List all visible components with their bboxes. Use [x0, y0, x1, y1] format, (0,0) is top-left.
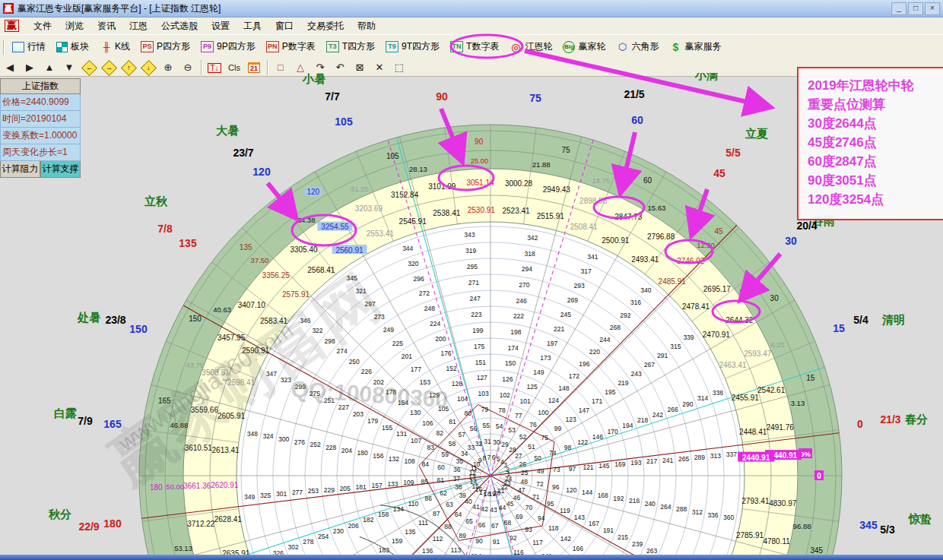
svg-text:325: 325 — [260, 492, 271, 499]
svg-text:44: 44 — [499, 504, 506, 511]
svg-text:243: 243 — [631, 370, 642, 378]
menu-item-帮助[interactable]: 帮助 — [351, 19, 383, 33]
solar-term-label: 处暑 — [77, 311, 100, 324]
menu-item-浏览[interactable]: 浏览 — [59, 19, 90, 33]
svg-text:230: 230 — [333, 527, 344, 535]
degree-date-label: 15 — [833, 322, 845, 334]
toolbar-button-赢家服务[interactable]: $赢家服务 — [664, 37, 726, 56]
svg-text:215: 215 — [618, 533, 628, 541]
maximize-button[interactable]: □ — [908, 2, 923, 15]
svg-text:244: 244 — [599, 336, 610, 343]
svg-text:65: 65 — [465, 517, 473, 525]
svg-text:2463.41: 2463.41 — [719, 361, 747, 369]
toolbar-label: 9T四方形 — [402, 40, 440, 53]
svg-text:107: 107 — [411, 437, 421, 445]
svg-text:60: 60 — [437, 464, 445, 471]
menu-item-江恩[interactable]: 江恩 — [122, 19, 154, 33]
svg-text:289: 289 — [694, 454, 705, 461]
svg-text:191: 191 — [603, 527, 614, 534]
svg-text:242: 242 — [652, 411, 663, 419]
svg-text:345: 345 — [810, 546, 823, 555]
menu-item-文件[interactable]: 文件 — [27, 19, 59, 33]
svg-text:128: 128 — [452, 380, 462, 388]
svg-text:293: 293 — [574, 282, 585, 289]
svg-text:3051.14: 3051.14 — [466, 179, 494, 187]
svg-text:294: 294 — [522, 265, 532, 273]
cls-button[interactable]: Cls — [224, 62, 244, 74]
svg-text:266: 266 — [668, 406, 678, 413]
toolbar-button-行情[interactable]: 行情 — [7, 37, 51, 56]
svg-text:72: 72 — [536, 480, 544, 488]
solar-term-label: 春分 — [904, 413, 928, 426]
svg-text:79: 79 — [481, 406, 489, 413]
button-计算支撑[interactable]: 计算支撑 — [40, 161, 81, 178]
svg-text:192: 192 — [613, 495, 624, 502]
svg-text:75: 75 — [561, 146, 570, 154]
degree-date-label: 21/3 — [880, 413, 900, 426]
svg-text:2470.91: 2470.91 — [703, 331, 731, 339]
toolbar-button-9P四方形[interactable]: P99P四方形 — [195, 37, 261, 56]
menu-item-资讯[interactable]: 资讯 — [90, 19, 122, 33]
svg-text:271: 271 — [468, 279, 479, 286]
svg-text:2628.41: 2628.41 — [214, 515, 243, 524]
minimize-button[interactable]: _ — [891, 2, 906, 15]
svg-text:150: 150 — [505, 359, 516, 367]
menu-item-公式选股[interactable]: 公式选股 — [154, 19, 205, 33]
close-button[interactable]: × — [925, 2, 940, 15]
svg-text:2568.41: 2568.41 — [307, 266, 335, 274]
menu-item-交易委托[interactable]: 交易委托 — [300, 19, 351, 33]
svg-text:50: 50 — [534, 454, 541, 462]
svg-text:229: 229 — [324, 486, 335, 494]
svg-text:320: 320 — [408, 260, 418, 267]
svg-text:69: 69 — [516, 513, 523, 520]
svg-text:337: 337 — [726, 451, 737, 458]
svg-text:254: 254 — [318, 533, 329, 540]
svg-text:169: 169 — [614, 460, 625, 468]
solar-term-label: 立秋 — [144, 195, 168, 207]
solar-term-label: 惊蛰 — [908, 512, 932, 525]
toolbar-label: 六角形 — [631, 40, 659, 53]
svg-text:51: 51 — [528, 443, 535, 451]
button-计算阻力[interactable]: 计算阻力 — [0, 161, 40, 178]
degree-date-label: 7/8 — [157, 223, 173, 235]
toolbar-button-六角形[interactable]: ⬡六角形 — [611, 37, 664, 56]
svg-text:158: 158 — [378, 511, 389, 518]
svg-text:3254.55: 3254.55 — [321, 223, 349, 231]
svg-text:110: 110 — [408, 500, 419, 508]
svg-text:98: 98 — [564, 444, 572, 451]
toolbar-button-板块[interactable]: 板块 — [51, 37, 94, 56]
svg-text:136: 136 — [422, 547, 433, 555]
menu-item-窗口[interactable]: 窗口 — [268, 19, 300, 33]
solar-term-label: 大暑 — [216, 124, 239, 137]
svg-text:195: 195 — [605, 388, 615, 396]
svg-text:27: 27 — [515, 452, 522, 460]
toolbar-button-P数字表[interactable]: PNP数字表 — [261, 37, 321, 56]
toolbar-separator — [3, 40, 4, 55]
svg-text:263: 263 — [646, 547, 657, 555]
svg-text:103: 103 — [478, 390, 488, 397]
svg-text:2553.41: 2553.41 — [367, 229, 395, 238]
svg-text:324: 324 — [262, 432, 273, 440]
toolbar-button-T四方形[interactable]: T3T四方形 — [321, 37, 380, 56]
toolbar-button-赢家轮[interactable]: Big赢家轮 — [557, 37, 611, 56]
toolbar-label: T四方形 — [342, 40, 375, 53]
svg-text:253: 253 — [308, 487, 319, 495]
svg-text:149: 149 — [533, 369, 544, 376]
toolbar-button-9T四方形[interactable]: T99T四方形 — [380, 37, 445, 56]
menu-item-设置[interactable]: 设置 — [205, 19, 237, 33]
svg-text:120: 120 — [306, 188, 319, 196]
svg-text:21.88: 21.88 — [532, 160, 551, 169]
svg-text:38: 38 — [455, 483, 462, 491]
svg-text:265: 265 — [678, 455, 689, 463]
svg-text:64: 64 — [455, 511, 462, 518]
svg-text:156: 156 — [373, 452, 383, 460]
toolbar-button-P四方形[interactable]: PSP四方形 — [135, 37, 195, 56]
svg-text:264: 264 — [660, 503, 671, 511]
svg-text:7: 7 — [487, 454, 491, 461]
menu-item-工具[interactable]: 工具 — [237, 19, 268, 33]
toolbar-button-K线[interactable]: ╫K线 — [94, 37, 135, 56]
toolbar-button-江恩轮[interactable]: ◎江恩轮 — [504, 37, 557, 56]
svg-text:53.13: 53.13 — [174, 544, 192, 552]
svg-text:29: 29 — [501, 441, 509, 448]
toolbar-button-T数字表[interactable]: TNT数字表 — [445, 37, 504, 56]
